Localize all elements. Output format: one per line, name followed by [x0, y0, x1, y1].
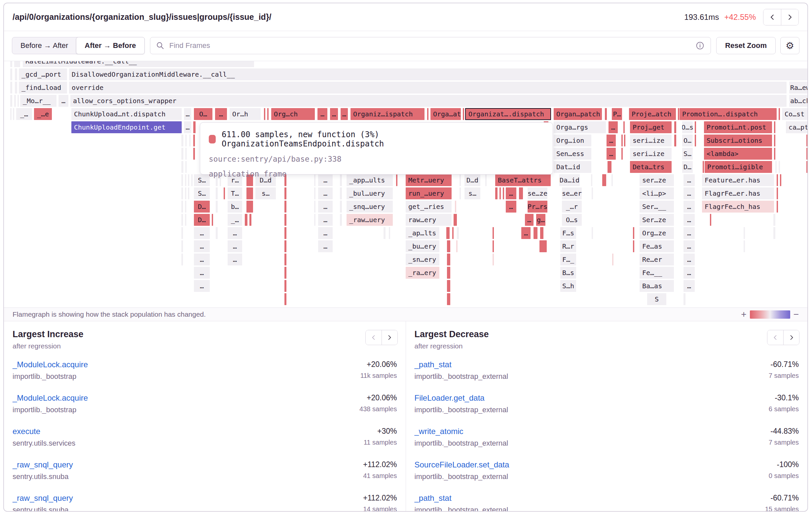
flame-frame[interactable]: [181, 161, 183, 173]
flame-frame[interactable]: …: [317, 108, 327, 120]
flame-frame[interactable]: se…er: [562, 187, 582, 199]
flame-frame[interactable]: Orga…atch: [430, 108, 461, 120]
flame-frame[interactable]: seri…ize: [630, 148, 672, 160]
flame-frame[interactable]: …: [58, 95, 68, 107]
function-link[interactable]: _ModuleLock.acquire: [12, 360, 88, 369]
flame-frame[interactable]: Org…ch: [271, 108, 315, 120]
flame-frame[interactable]: [457, 227, 459, 239]
settings-button[interactable]: ⚙: [780, 37, 800, 54]
flame-frame[interactable]: [695, 121, 696, 133]
info-icon[interactable]: [696, 41, 704, 51]
flame-frame[interactable]: [181, 240, 183, 252]
flame-frame[interactable]: [185, 148, 187, 160]
flame-frame[interactable]: Org…ion: [554, 135, 591, 146]
flame-frame[interactable]: …: [609, 121, 618, 133]
flame-frame[interactable]: [454, 214, 457, 226]
flame-frame[interactable]: [18, 95, 19, 107]
flame-frame[interactable]: …: [684, 227, 695, 239]
flame-frame[interactable]: [15, 69, 17, 80]
flame-frame[interactable]: [591, 174, 592, 186]
flame-frame[interactable]: …: [684, 201, 695, 213]
flame-frame[interactable]: ca…pt: [786, 121, 807, 133]
flame-frame[interactable]: [495, 187, 497, 199]
search-input[interactable]: [150, 37, 711, 54]
function-link[interactable]: _raw_snql_query: [12, 494, 73, 502]
flame-frame[interactable]: raw…ery: [406, 214, 452, 226]
flame-frame[interactable]: [10, 69, 12, 80]
flame-frame[interactable]: …: [506, 201, 516, 213]
flame-frame[interactable]: D…: [682, 161, 693, 173]
flame-frame[interactable]: Ser…ze: [640, 214, 674, 226]
flame-frame[interactable]: _…: [228, 214, 242, 226]
flame-frame[interactable]: …: [525, 214, 533, 226]
flame-frame[interactable]: [340, 201, 342, 213]
flame-frame[interactable]: [340, 214, 342, 226]
flame-frame[interactable]: [14, 95, 16, 107]
flame-frame[interactable]: [806, 148, 807, 160]
flame-frame[interactable]: FlagrFe…er.has: [702, 187, 774, 199]
function-link[interactable]: _write_atomic: [414, 427, 463, 436]
flame-frame[interactable]: [608, 161, 611, 173]
flame-frame[interactable]: [284, 214, 286, 226]
flame-frame[interactable]: <lambda>: [704, 148, 772, 160]
flame-frame[interactable]: override: [69, 82, 787, 93]
flame-frame[interactable]: [674, 135, 676, 146]
flame-frame[interactable]: Subscri…otions: [704, 135, 772, 146]
flame-frame[interactable]: _Mo…r__: [20, 95, 57, 107]
flame-frame[interactable]: _bul…uery: [347, 187, 393, 199]
flame-frame[interactable]: [10, 95, 12, 107]
flame-frame[interactable]: Fe…as: [640, 240, 674, 252]
next-button[interactable]: [783, 330, 799, 345]
flame-frame[interactable]: S…: [194, 187, 210, 199]
flame-frame[interactable]: S…h: [560, 280, 576, 292]
flame-frame[interactable]: Organ…patch: [554, 108, 602, 120]
tab-before-after[interactable]: Before → After: [12, 37, 76, 54]
flame-frame[interactable]: [452, 227, 454, 239]
flame-frame[interactable]: Organizat….dispatch: [465, 108, 551, 120]
flame-frame[interactable]: [189, 135, 191, 146]
flame-frame[interactable]: [499, 187, 501, 199]
flame-frame[interactable]: [224, 187, 225, 199]
flame-frame[interactable]: …: [521, 227, 530, 239]
flame-frame[interactable]: [779, 161, 780, 173]
flame-frame[interactable]: [678, 108, 679, 120]
flame-frame[interactable]: Dat…id: [554, 161, 591, 173]
flame-frame[interactable]: [460, 187, 461, 199]
flame-frame[interactable]: Promoti…nt.post: [704, 121, 772, 133]
flame-frame[interactable]: …: [607, 148, 616, 160]
flame-frame[interactable]: [10, 82, 12, 93]
flame-frame[interactable]: D…: [194, 201, 210, 213]
flame-frame[interactable]: [540, 240, 547, 252]
next-button[interactable]: [781, 9, 799, 25]
flame-frame[interactable]: [703, 161, 704, 173]
flame-frame[interactable]: [181, 135, 183, 146]
flame-frame[interactable]: [710, 214, 711, 226]
flame-frame[interactable]: Ser…__: [640, 201, 674, 213]
function-link[interactable]: _path_stat: [414, 360, 452, 369]
function-link[interactable]: FileLoader.get_data: [414, 393, 485, 402]
flame-frame[interactable]: T…: [228, 187, 242, 199]
function-link[interactable]: _path_stat: [414, 494, 452, 502]
flame-frame[interactable]: [15, 82, 17, 93]
flame-frame[interactable]: [773, 227, 775, 239]
flame-frame[interactable]: D…: [194, 214, 210, 226]
flame-frame[interactable]: [246, 201, 253, 213]
flame-frame[interactable]: [684, 293, 686, 305]
flame-frame[interactable]: S: [647, 293, 666, 305]
flame-frame[interactable]: Proje…atch: [629, 108, 676, 120]
flame-frame[interactable]: [605, 108, 607, 120]
flame-frame[interactable]: [446, 227, 450, 239]
flame-frame[interactable]: [284, 201, 286, 213]
flame-frame[interactable]: run_…uery: [406, 187, 452, 199]
flame-frame[interactable]: [624, 121, 625, 133]
flame-frame[interactable]: Da…id: [559, 174, 580, 186]
flame-frame[interactable]: …: [194, 227, 210, 239]
flame-frame[interactable]: [181, 174, 183, 186]
flame-frame[interactable]: [533, 227, 538, 239]
flame-frame[interactable]: [188, 187, 189, 199]
flame-frame[interactable]: [774, 135, 775, 146]
flame-frame[interactable]: [181, 187, 183, 199]
flame-frame[interactable]: [185, 161, 187, 173]
flame-frame[interactable]: Promotion….dispatch: [679, 108, 777, 120]
flame-frame[interactable]: [775, 161, 777, 173]
